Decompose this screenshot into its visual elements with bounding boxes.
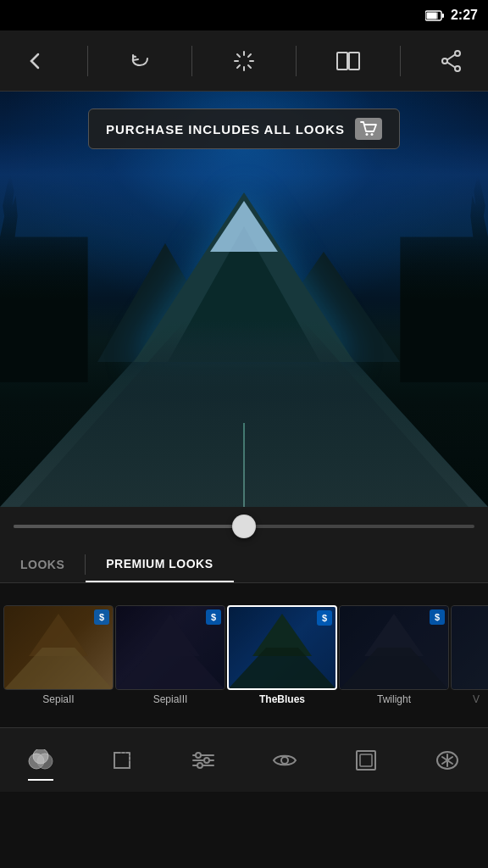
scene-background (0, 92, 488, 507)
premium-badge-twilight: $ (430, 609, 445, 625)
svg-line-8 (237, 54, 240, 57)
slider-track[interactable] (14, 525, 474, 528)
view-button[interactable] (263, 738, 307, 782)
svg-line-11 (237, 65, 240, 68)
svg-point-16 (442, 58, 447, 64)
svg-line-9 (248, 65, 251, 68)
compare-button[interactable] (328, 41, 369, 81)
toolbar-divider-1 (87, 46, 88, 76)
status-bar: 2:27 (0, 0, 488, 31)
bottom-toolbar (0, 727, 488, 792)
undo-button[interactable] (119, 41, 160, 81)
toolbar-divider-3 (296, 46, 297, 76)
thumbnails-strip: $ SepiaII $ SepiaIII $ TheBlues $ Twil (0, 583, 488, 727)
thumbnail-theblues-image: $ (227, 605, 337, 690)
premium-badge-sepiaiii: $ (206, 609, 221, 625)
thumbnail-twilight[interactable]: $ Twilight (339, 605, 449, 705)
svg-point-35 (281, 757, 288, 764)
frame-button[interactable] (344, 738, 388, 782)
slider-fill (14, 525, 244, 528)
svg-rect-2 (426, 12, 436, 19)
svg-rect-13 (349, 53, 359, 70)
thumbnail-twilight-image: $ (339, 605, 449, 690)
back-button[interactable] (15, 41, 56, 81)
thumbnail-partial-image (451, 605, 488, 690)
cart-icon (355, 118, 382, 140)
svg-line-10 (248, 54, 251, 57)
toolbar-divider-4 (400, 46, 401, 76)
thumbnail-sepiaiii[interactable]: $ SepiaIII (115, 605, 225, 705)
svg-point-32 (196, 753, 201, 758)
thumbnail-theblues[interactable]: $ TheBlues (227, 605, 337, 705)
auto-enhance-button[interactable] (224, 41, 264, 81)
crop-button[interactable] (100, 738, 144, 782)
thumbnail-theblues-label: TheBlues (259, 693, 305, 705)
toolbar-divider-2 (191, 46, 192, 76)
svg-point-33 (204, 758, 209, 763)
adjust-button[interactable] (181, 738, 225, 782)
thumbnail-twilight-label: Twilight (377, 693, 411, 705)
thumbnail-next-partial[interactable]: V (451, 605, 488, 705)
svg-point-34 (197, 763, 202, 768)
tab-looks[interactable]: LOOKS (0, 546, 85, 582)
svg-rect-1 (441, 14, 444, 18)
thumbnail-sepiaii-label: SepiaII (42, 693, 74, 705)
svg-line-19 (447, 62, 455, 67)
thumbnail-sepiaiii-label: SepiaIII (153, 693, 188, 705)
premium-badge-sepiaii: $ (94, 609, 109, 625)
svg-point-24 (33, 749, 48, 764)
thumbnail-sepiaii[interactable]: $ SepiaII (3, 605, 114, 705)
svg-point-20 (366, 133, 369, 136)
svg-point-15 (455, 51, 460, 56)
tab-premium-looks[interactable]: PREMIUM LOOKS (86, 546, 233, 582)
heal-button[interactable] (425, 738, 469, 782)
thumbnail-sepiaii-image: $ (3, 605, 114, 690)
svg-rect-37 (360, 754, 372, 766)
purchase-banner-text: PURCHASE INCLUDES ALL LOOKS (106, 122, 345, 136)
color-overlay (0, 92, 488, 507)
tabs-bar: LOOKS PREMIUM LOOKS (0, 546, 488, 583)
time-display: 2:27 (451, 8, 478, 23)
battery-icon (425, 10, 444, 21)
svg-point-21 (371, 133, 374, 136)
svg-rect-12 (337, 53, 347, 70)
colors-button[interactable] (19, 738, 63, 782)
slider-area[interactable] (0, 507, 488, 546)
thumbnail-partial-label: V (473, 693, 480, 705)
toolbar (0, 31, 488, 92)
thumbnail-sepiaiii-image: $ (115, 605, 225, 690)
share-button[interactable] (431, 41, 472, 81)
svg-point-17 (455, 66, 460, 71)
purchase-banner[interactable]: PURCHASE INCLUDES ALL LOOKS (88, 108, 400, 149)
slider-thumb[interactable] (232, 515, 256, 538)
image-area: PURCHASE INCLUDES ALL LOOKS (0, 92, 488, 507)
premium-badge-theblues: $ (317, 610, 332, 626)
svg-line-18 (447, 54, 455, 59)
